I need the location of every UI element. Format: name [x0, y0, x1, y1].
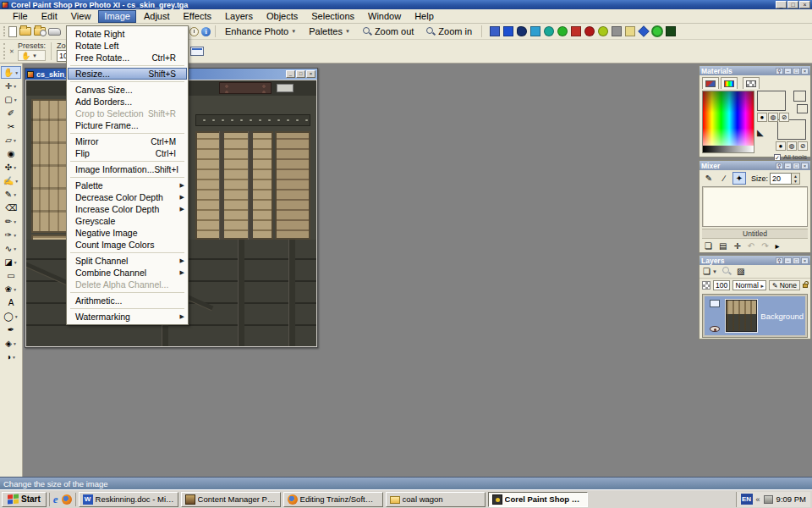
more-options-icon[interactable]: ▸ [776, 241, 780, 251]
pan-tool[interactable]: ✋▼ [1, 66, 21, 79]
flood-fill-tool[interactable]: ◈▼ [1, 337, 21, 350]
minimize-palette-icon[interactable]: – [784, 163, 792, 169]
info-icon[interactable]: i [201, 27, 211, 36]
history-icon[interactable] [189, 27, 199, 36]
menubar-item-effects[interactable]: Effects [178, 10, 217, 23]
text-tool[interactable]: A [1, 296, 21, 309]
menu-item-free-rotate[interactable]: Free Rotate...Ctrl+R [68, 52, 187, 64]
toolbar-grip[interactable] [3, 43, 6, 59]
effect-icon[interactable] [612, 26, 622, 36]
menu-item-image-information[interactable]: Image Information...Shift+I [68, 163, 187, 175]
menu-item-add-borders[interactable]: Add Borders... [68, 96, 187, 108]
transparent-style-icon[interactable]: ⊘ [779, 113, 789, 122]
selection-tool[interactable]: ▢▼ [1, 93, 21, 106]
preset-shape-tool[interactable]: ◯▼ [1, 310, 21, 323]
close-palette-icon[interactable]: × [801, 68, 809, 75]
effect-icon[interactable] [598, 26, 608, 36]
toolbar-grip[interactable] [3, 26, 6, 37]
dropper-tool[interactable]: ✐ [1, 107, 21, 119]
menu-item-count-image-colors[interactable]: Count Image Colors [68, 239, 187, 251]
gradient-style-icon[interactable]: ◍ [787, 141, 797, 151]
menubar-item-view[interactable]: View [65, 10, 97, 23]
effect-icon[interactable] [666, 26, 676, 36]
lock-icon[interactable] [803, 284, 808, 288]
effect-icon[interactable] [557, 26, 568, 36]
menu-item-rotate-right[interactable]: Rotate Right [68, 28, 187, 40]
transparent-toggle-icon[interactable]: ◣ [757, 128, 764, 137]
transparent-style-icon[interactable]: ⊘ [798, 141, 808, 151]
gradient-style-icon[interactable]: ◍ [768, 113, 778, 122]
makeover-tool[interactable]: ✣▼ [1, 161, 21, 174]
mixer-size-value[interactable]: 20 [770, 173, 792, 185]
palette-knife-icon[interactable]: ∕ [717, 172, 731, 185]
effect-icon[interactable] [571, 26, 581, 36]
color-style-icon[interactable]: ● [776, 141, 786, 151]
layer-opacity-value[interactable]: 100 [713, 280, 730, 290]
pin-icon[interactable]: ⚲ [776, 68, 783, 75]
menu-item-combine-channel[interactable]: Combine Channel▶ [68, 267, 187, 279]
menu-item-canvas-size[interactable]: Canvas Size... [68, 84, 187, 96]
palettes-button[interactable]: Palettes ▼ [304, 25, 355, 38]
load-mixer-page-icon[interactable]: ▤ [719, 241, 727, 251]
pin-icon[interactable]: ⚲ [776, 163, 783, 169]
menubar-item-adjust[interactable]: Adjust [138, 10, 176, 23]
menu-item-picture-frame[interactable]: Picture Frame... [68, 119, 187, 131]
menubar-item-objects[interactable]: Objects [261, 10, 304, 23]
menu-item-mirror[interactable]: MirrorCtrl+M [68, 135, 187, 147]
firefox-icon[interactable] [62, 494, 72, 505]
maximize-palette-icon[interactable]: □ [793, 68, 800, 75]
menu-item-watermarking[interactable]: Watermarking▶ [68, 311, 187, 323]
color-changer-tool[interactable]: ◑▼ [1, 351, 21, 363]
layers-titlebar[interactable]: Layers ⚲ – □ × [700, 256, 810, 265]
move-tool[interactable]: ✛▼ [1, 80, 21, 92]
taskbar-button-editing-trainz-software[interactable]: Editing Trainz/Software ... [283, 492, 383, 507]
layer-thumbnail[interactable] [726, 300, 757, 332]
effect-icon[interactable] [584, 26, 595, 36]
mixer-titlebar[interactable]: Mixer ⚲ – □ × [700, 161, 810, 170]
materials-titlebar[interactable]: Materials ⚲ – □ × [700, 66, 810, 75]
taskbar-button-coal-wagon[interactable]: coal wagon [386, 492, 486, 507]
unmix-icon[interactable]: ↶ [748, 241, 754, 251]
maximize-button[interactable]: □ [787, 1, 798, 8]
menu-item-split-channel[interactable]: Split Channel▶ [68, 255, 187, 267]
taskbar-button-content-manager-plus[interactable]: Content Manager Plus [181, 492, 281, 507]
menu-item-greyscale[interactable]: Greyscale [68, 215, 187, 227]
effect-icon[interactable] [490, 26, 500, 36]
new-file-icon[interactable] [8, 26, 17, 37]
minimize-palette-icon[interactable]: – [784, 68, 792, 75]
menu-item-negative-image[interactable]: Negative Image [68, 227, 187, 239]
taskbar-button-reskinning-doc-microso[interactable]: WReskinning.doc - Microso... [79, 492, 178, 507]
close-toolbar-icon[interactable]: ✕ [9, 48, 14, 55]
effect-icon[interactable] [652, 26, 662, 36]
menu-item-resize[interactable]: Resize...Shift+S [68, 68, 187, 80]
color-style-icon[interactable]: ● [757, 113, 767, 122]
menu-item-palette[interactable]: Palette▶ [68, 179, 187, 191]
maximize-palette-icon[interactable]: □ [793, 163, 800, 169]
background-eraser-tool[interactable]: ◪▼ [1, 256, 21, 268]
spin-down-icon[interactable]: ▼ [792, 179, 799, 184]
eraser-tool[interactable]: ▭ [1, 269, 21, 282]
language-indicator[interactable]: EN [741, 494, 753, 505]
object-remover-tool[interactable]: ⌫ [1, 202, 21, 214]
foreground-swatch[interactable] [757, 91, 786, 111]
layer-search-icon[interactable] [722, 267, 732, 276]
close-button[interactable]: × [799, 1, 810, 8]
zoom-in-button[interactable]: Zoom in [421, 25, 477, 38]
effect-icon[interactable] [544, 26, 554, 36]
doc-restore-button[interactable]: □ [296, 70, 305, 78]
menubar-item-selections[interactable]: Selections [305, 10, 360, 23]
scratch-remover-tool[interactable]: ✎▼ [1, 188, 21, 201]
visibility-eye-icon[interactable] [710, 326, 720, 332]
edit-selection-button[interactable]: ▨ [737, 267, 744, 276]
color-picker[interactable] [702, 91, 754, 153]
menubar-item-file[interactable]: File [7, 10, 34, 23]
maximize-palette-icon[interactable]: □ [793, 257, 800, 264]
mixer-canvas[interactable] [702, 186, 808, 227]
tray-app-icon[interactable] [764, 495, 773, 504]
straighten-tool[interactable]: ▱▼ [1, 134, 21, 146]
menubar-item-window[interactable]: Window [362, 10, 407, 23]
paint-brush-tool[interactable]: ✏▼ [1, 215, 21, 228]
remix-icon[interactable]: ↷ [761, 241, 768, 251]
background-swatch[interactable] [777, 119, 806, 140]
full-screen-icon[interactable] [190, 47, 204, 56]
